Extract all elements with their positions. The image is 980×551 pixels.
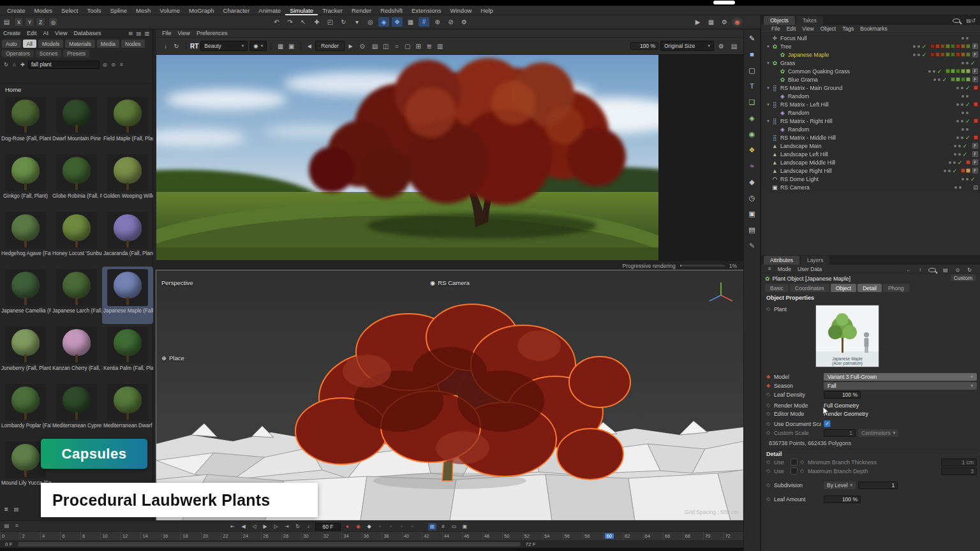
asset-filter-button[interactable]: Operators xyxy=(2,50,34,57)
param-diamond-icon[interactable]: ◇ xyxy=(766,468,771,474)
ruler-tick[interactable]: 20 xyxy=(201,532,221,540)
camera-toggle-icon[interactable]: ⊡ xyxy=(973,184,978,191)
asset-item[interactable]: Japanese Larch (Fall, Pl... xyxy=(51,267,102,324)
ruler-tick[interactable]: 34 xyxy=(341,532,361,540)
lock-icon[interactable]: ⊙ xyxy=(953,266,963,274)
enable-check-icon[interactable] xyxy=(963,151,969,158)
ruler-tick[interactable]: 22 xyxy=(221,532,241,540)
ruler-tick[interactable]: 72 xyxy=(723,532,743,540)
object-row[interactable]: ⣿ RS Matrix - Middle Hill xyxy=(761,133,980,142)
om-menu-item[interactable]: Tags xyxy=(839,26,857,32)
object-row[interactable]: ◈ Random xyxy=(761,92,980,100)
field-tag-badge[interactable]: F xyxy=(972,77,978,82)
enable-check-icon[interactable] xyxy=(958,159,963,166)
editor-visibility-dot[interactable] xyxy=(954,145,956,147)
rotate-tool-icon[interactable]: ↻ xyxy=(338,17,349,27)
enable-check-icon[interactable] xyxy=(965,85,971,91)
asset-menu-item[interactable]: Create xyxy=(0,30,24,36)
ruler-tick[interactable]: 24 xyxy=(241,532,261,540)
crop-icon[interactable]: ▣ xyxy=(286,41,297,51)
object-label[interactable]: Grass xyxy=(780,60,795,66)
param-diamond-icon[interactable]: ◇ xyxy=(766,402,771,408)
field-tag-badge[interactable]: F xyxy=(972,68,978,74)
render-visibility-dot[interactable] xyxy=(966,62,969,64)
param-diamond-icon[interactable]: ◇ xyxy=(766,306,771,312)
menu-item[interactable]: Help xyxy=(476,6,498,15)
section-detail[interactable]: Detail xyxy=(766,449,977,457)
panel-menu-icon[interactable]: ▤ xyxy=(1,17,12,27)
material-tag-chips[interactable] xyxy=(945,69,970,73)
place-tool-label[interactable]: ⊕ Place xyxy=(161,355,184,362)
filter-icon[interactable]: ▤ xyxy=(940,266,951,274)
param-diamond-icon[interactable]: ◇ xyxy=(766,459,771,465)
enable-check-icon[interactable] xyxy=(970,176,976,182)
keyframe-selection-icon[interactable]: ◆ xyxy=(365,523,373,531)
view-mode-icon[interactable]: ◎ xyxy=(101,61,109,68)
object-row[interactable]: ▲ Landscape Main F xyxy=(761,142,980,150)
last-tool-icon[interactable]: ▾ xyxy=(352,17,362,27)
panel-options-icon[interactable]: ▥ xyxy=(143,29,151,37)
play-icon[interactable]: ▶ xyxy=(261,523,269,531)
render-settings-icon[interactable]: ⚙ xyxy=(719,17,730,27)
field-tag-badge[interactable]: F xyxy=(972,168,978,173)
render-visibility-dot[interactable] xyxy=(958,153,961,156)
menu-item[interactable]: Extensions xyxy=(407,6,445,15)
om-menu-item[interactable]: Object xyxy=(817,26,840,32)
axis-lock-button[interactable]: Y xyxy=(25,17,34,27)
record-keyframe-icon[interactable]: ● xyxy=(343,523,352,531)
grid-snap-icon[interactable]: # xyxy=(419,17,429,27)
om-menu-item[interactable]: View xyxy=(799,26,817,32)
expand-toggle-icon[interactable]: ▾ xyxy=(765,119,771,124)
ruler-tick[interactable]: 14 xyxy=(140,532,160,540)
object-row[interactable]: ✿ Common Quaking Grass F xyxy=(761,67,980,75)
object-label[interactable]: Landscape Middle Hill xyxy=(780,159,835,166)
asset-filter-button[interactable]: Auto xyxy=(2,40,21,48)
attribute-tab[interactable]: Phong xyxy=(883,284,909,292)
asset-filter-button[interactable]: All xyxy=(23,40,36,48)
ruler-tick[interactable]: 36 xyxy=(362,532,382,540)
deformer-icon[interactable]: ◆ xyxy=(746,177,758,187)
cube-primitive-icon[interactable]: ■ xyxy=(746,49,758,59)
snapshot-next-icon[interactable]: ▶ xyxy=(346,42,355,50)
undo-icon[interactable]: ↶ xyxy=(271,17,282,27)
render-visibility-dot[interactable] xyxy=(953,161,956,164)
asset-item[interactable]: Hedgehog Agave (Fall... xyxy=(0,209,51,267)
render-pass-dropdown[interactable]: Beauty▾ xyxy=(200,41,248,51)
record-parameter-icon[interactable]: ◦ xyxy=(408,523,417,531)
asset-item[interactable]: Dog-Rose (Fall, Plant) xyxy=(0,94,51,152)
sculpt-pen-icon[interactable]: ✎ xyxy=(746,240,758,251)
ruler-tick[interactable]: 68 xyxy=(683,532,702,540)
asset-item[interactable]: Mediterranean Cypres... xyxy=(51,381,102,439)
enable-check-icon[interactable] xyxy=(965,135,971,141)
dock-icon[interactable]: ⊞ xyxy=(126,29,135,37)
breadcrumb[interactable]: Home xyxy=(5,86,21,93)
object-label[interactable]: RS Dome Light xyxy=(780,176,819,182)
editor-visibility-dot[interactable] xyxy=(956,87,959,89)
object-label[interactable]: RS Matrix - Middle Hill xyxy=(780,135,836,141)
render-settings-icon[interactable]: ⚙ xyxy=(716,41,727,51)
histogram-icon[interactable]: ▥ xyxy=(434,41,445,51)
lock-icon[interactable]: ⊙ xyxy=(109,61,117,68)
next-frame-icon[interactable]: ▷ xyxy=(272,523,280,531)
asset-item[interactable]: Juneberry (Fall, Plant) xyxy=(0,324,51,381)
ruler-tick[interactable]: 28 xyxy=(281,532,301,540)
enable-check-icon[interactable] xyxy=(942,77,948,83)
attribute-tab[interactable]: Object xyxy=(831,284,857,292)
menu-item[interactable]: Mesh xyxy=(131,6,155,15)
ruler-tick[interactable]: 8 xyxy=(80,532,100,540)
ruler-tick[interactable]: 10 xyxy=(100,532,120,540)
ruler-tick[interactable]: 62 xyxy=(623,532,642,540)
workplane-snap-icon[interactable]: ▭ xyxy=(450,523,458,531)
snap-icon[interactable]: ▦ xyxy=(405,17,416,27)
render-visibility-dot[interactable] xyxy=(966,128,969,131)
editor-visibility-dot[interactable] xyxy=(961,112,964,114)
fullscreen-icon[interactable]: ⊞ xyxy=(413,41,424,51)
editor-visibility-dot[interactable] xyxy=(961,128,964,131)
custom-preset-button[interactable]: Custom xyxy=(951,274,976,281)
home-icon[interactable]: ⌂ xyxy=(10,61,19,68)
render-menu-item[interactable]: Preferences xyxy=(193,30,231,36)
list-view-icon[interactable]: ≣ xyxy=(2,505,10,513)
enable-check-icon[interactable] xyxy=(970,60,976,66)
ruler-tick[interactable]: 18 xyxy=(181,532,200,540)
field-tag-badge[interactable]: F xyxy=(972,43,978,49)
